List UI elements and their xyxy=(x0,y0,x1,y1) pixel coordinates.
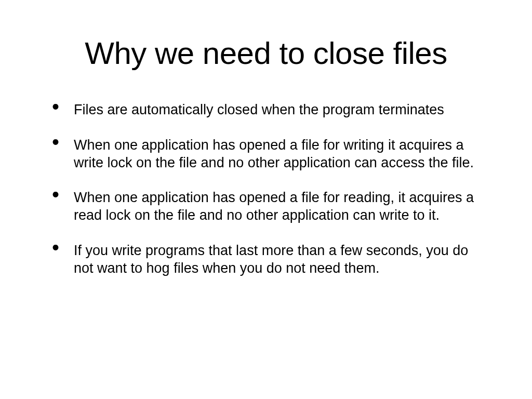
bullet-list: Files are automatically closed when the … xyxy=(42,101,490,277)
bullet-item: When one application has opened a file f… xyxy=(52,137,490,172)
bullet-item: If you write programs that last more tha… xyxy=(52,242,490,277)
slide-title: Why we need to close files xyxy=(42,35,490,71)
bullet-item: When one application has opened a file f… xyxy=(52,189,490,224)
bullet-item: Files are automatically closed when the … xyxy=(52,101,490,119)
